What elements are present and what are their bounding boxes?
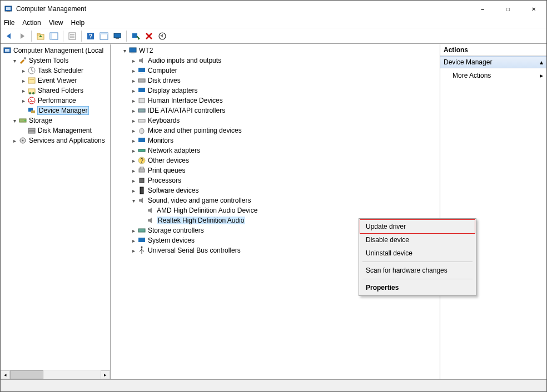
- svg-point-57: [141, 247, 143, 248]
- device-print-queues[interactable]: ▸Print queues: [112, 165, 440, 175]
- expand-arrow-icon[interactable]: ▸: [19, 68, 27, 74]
- computer-icon: [128, 46, 137, 55]
- device-other[interactable]: ▸?Other devices: [112, 155, 440, 165]
- actions-group[interactable]: Device Manager ▴: [440, 56, 546, 68]
- expand-arrow-icon[interactable]: ▾: [130, 198, 137, 204]
- up-button[interactable]: [34, 30, 47, 42]
- expand-arrow-icon[interactable]: ▾: [121, 48, 128, 54]
- tree-shared-folders[interactable]: ▸ Shared Folders: [2, 86, 110, 96]
- tree-label: Disk Management: [38, 127, 92, 134]
- performance-icon: [27, 96, 36, 105]
- menu-file[interactable]: File: [4, 19, 14, 27]
- device-root[interactable]: ▾WT2: [112, 46, 440, 56]
- horizontal-scrollbar[interactable]: ◂ ▸: [1, 370, 110, 379]
- expand-arrow-icon[interactable]: ▸: [19, 78, 27, 84]
- tree-performance[interactable]: ▸ Performance: [2, 96, 110, 105]
- scroll-left-button[interactable]: ◂: [1, 370, 10, 379]
- expand-arrow-icon[interactable]: ▸: [130, 248, 137, 254]
- view-button[interactable]: [98, 30, 110, 42]
- expand-arrow-icon[interactable]: ▸: [19, 88, 27, 94]
- monitor-button[interactable]: [111, 30, 123, 42]
- context-scan-hardware[interactable]: Scan for hardware changes: [360, 264, 475, 277]
- expand-arrow-icon[interactable]: ▸: [130, 238, 137, 244]
- expand-arrow-icon[interactable]: ▸: [11, 138, 18, 144]
- expand-arrow-icon[interactable]: ▸: [130, 168, 137, 174]
- maximize-button[interactable]: □: [495, 1, 521, 17]
- tree-root[interactable]: Computer Management (Local: [2, 46, 110, 56]
- expand-arrow-icon[interactable]: ▸: [130, 88, 137, 94]
- device-software[interactable]: ▸Software devices: [112, 185, 440, 195]
- svg-text:?: ?: [89, 33, 93, 39]
- console-tree[interactable]: Computer Management (Local ▾ System Tool…: [1, 44, 110, 145]
- scroll-right-button[interactable]: ▸: [101, 370, 110, 379]
- context-update-driver[interactable]: Update driver: [360, 220, 475, 233]
- help-button[interactable]: ?: [84, 30, 97, 42]
- svg-rect-53: [140, 178, 144, 183]
- svg-rect-17: [132, 33, 137, 38]
- expand-arrow-icon[interactable]: ▸: [130, 178, 137, 184]
- expand-arrow-icon[interactable]: ▸: [130, 118, 137, 124]
- device-audio[interactable]: ▸Audio inputs and outputs: [112, 56, 440, 66]
- speaker-icon: [137, 56, 146, 65]
- back-button[interactable]: [3, 30, 15, 42]
- tree-disk-management[interactable]: Disk Management: [2, 125, 110, 135]
- menu-action[interactable]: Action: [22, 19, 41, 27]
- expand-arrow-icon[interactable]: ▸: [130, 228, 137, 234]
- printer-icon: [137, 166, 146, 175]
- tree-label: Monitors: [148, 137, 173, 144]
- properties-button[interactable]: [66, 30, 78, 42]
- device-mice[interactable]: ▸Mice and other pointing devices: [112, 125, 440, 135]
- device-sound-amd[interactable]: AMD High Definition Audio Device: [112, 205, 440, 215]
- expand-arrow-icon[interactable]: ▸: [130, 58, 137, 64]
- device-computer[interactable]: ▸Computer: [112, 66, 440, 76]
- device-network[interactable]: ▸Network adapters: [112, 145, 440, 155]
- device-display-adapters[interactable]: ▸Display adapters: [112, 86, 440, 96]
- expand-arrow-icon[interactable]: ▸: [130, 128, 137, 134]
- expand-arrow-icon[interactable]: ▸: [130, 98, 137, 104]
- context-properties[interactable]: Properties: [360, 281, 475, 294]
- tree-services-apps[interactable]: ▸ Services and Applications: [2, 135, 110, 145]
- device-sound[interactable]: ▾Sound, video and game controllers: [112, 195, 440, 205]
- expand-arrow-icon[interactable]: ▸: [130, 138, 137, 144]
- expand-arrow-icon[interactable]: ▸: [130, 68, 137, 74]
- expand-arrow-icon[interactable]: ▾: [11, 118, 18, 124]
- delete-button[interactable]: [143, 30, 155, 42]
- scan-button[interactable]: [130, 30, 142, 42]
- minimize-button[interactable]: ‒: [470, 1, 495, 17]
- device-processors[interactable]: ▸Processors: [112, 175, 440, 185]
- device-hid[interactable]: ▸Human Interface Devices: [112, 96, 440, 105]
- tree-label: WT2: [139, 47, 153, 54]
- tree-storage[interactable]: ▾ Storage: [2, 115, 110, 125]
- device-keyboards[interactable]: ▸Keyboards: [112, 115, 440, 125]
- actions-more[interactable]: More Actions ▸: [440, 68, 546, 83]
- device-disk-drives[interactable]: ▸Disk drives: [112, 76, 440, 86]
- context-uninstall-device[interactable]: Uninstall device: [360, 247, 475, 260]
- device-monitors[interactable]: ▸Monitors: [112, 135, 440, 145]
- tree-system-tools[interactable]: ▾ System Tools: [2, 56, 110, 66]
- scroll-thumb[interactable]: [10, 370, 43, 379]
- expand-arrow-icon[interactable]: ▸: [130, 188, 137, 194]
- context-disable-device[interactable]: Disable device: [360, 233, 475, 247]
- close-button[interactable]: ✕: [521, 1, 546, 17]
- other-devices-icon: ?: [137, 156, 146, 165]
- storage-controller-icon: [137, 226, 146, 235]
- forward-button[interactable]: [16, 30, 28, 42]
- display-adapter-icon: [137, 86, 146, 95]
- tree-event-viewer[interactable]: ▸ Event Viewer: [2, 76, 110, 86]
- expand-arrow-icon[interactable]: ▸: [130, 148, 137, 154]
- expand-arrow-icon[interactable]: ▸: [19, 98, 27, 104]
- expand-arrow-icon[interactable]: ▾: [11, 58, 18, 64]
- expand-arrow-icon[interactable]: ▸: [130, 108, 137, 114]
- expand-arrow-icon[interactable]: ▸: [130, 158, 137, 164]
- tree-task-scheduler[interactable]: ▸ Task Scheduler: [2, 66, 110, 76]
- expand-arrow-icon[interactable]: ▸: [130, 78, 137, 84]
- tree-label: Realtek High Definition Audio: [157, 217, 245, 224]
- svg-point-21: [24, 57, 26, 59]
- menu-help[interactable]: Help: [71, 19, 85, 27]
- update-button[interactable]: [156, 30, 168, 42]
- device-ide[interactable]: ▸IDE ATA/ATAPI controllers: [112, 105, 440, 115]
- menu-view[interactable]: View: [49, 19, 63, 27]
- tree-device-manager[interactable]: Device Manager: [2, 105, 110, 115]
- show-hide-tree-button[interactable]: [48, 30, 60, 42]
- tree-label: Task Scheduler: [38, 67, 83, 74]
